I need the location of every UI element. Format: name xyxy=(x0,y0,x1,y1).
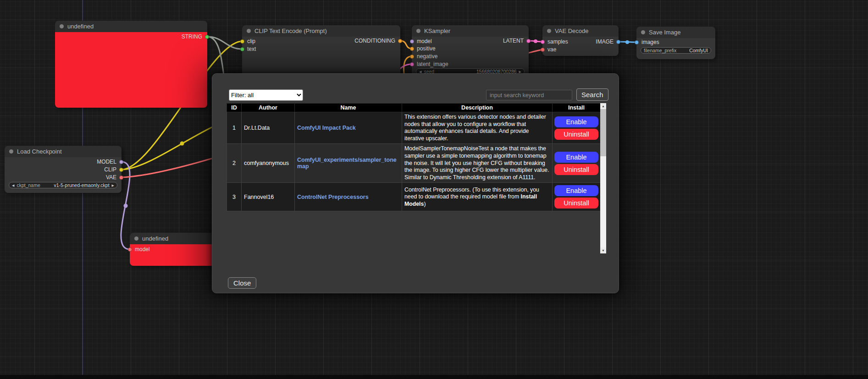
node-body: samples vae IMAGE xyxy=(542,37,619,56)
uninstall-button[interactable]: Uninstall xyxy=(554,164,598,175)
extension-link[interactable]: ComfyUI Impact Pack xyxy=(297,125,356,131)
input-dot-positive[interactable] xyxy=(410,47,414,51)
slot-label: MODEL xyxy=(97,159,116,165)
output-dot-clip[interactable] xyxy=(119,168,123,172)
filename-prefix-widget[interactable]: filename_prefix ComfyUI xyxy=(641,47,711,54)
collapse-dot-icon[interactable] xyxy=(416,29,420,33)
description-text: ) xyxy=(424,201,426,207)
slot-label: images xyxy=(641,39,659,45)
slot-label: STRING xyxy=(182,33,202,40)
ckpt-name-widget[interactable]: ◀ ckpt_name v1-5-pruned-emaonly.ckpt ▶ xyxy=(9,182,117,188)
slot-label: text xyxy=(247,46,256,52)
link-midpoint-dot xyxy=(124,204,128,208)
search-input[interactable] xyxy=(486,90,572,100)
table-scrollbar[interactable]: ▲ ▼ xyxy=(600,103,606,253)
output-dot-latent[interactable] xyxy=(526,39,531,43)
node-title: KSampler xyxy=(424,27,450,34)
output-dot-model[interactable] xyxy=(119,160,123,164)
link-midpoint-dot xyxy=(534,39,537,43)
scrollbar-down-button[interactable]: ▼ xyxy=(600,247,606,253)
widget-value: ComfyUI xyxy=(689,48,708,53)
scrollbar-up-button[interactable]: ▲ xyxy=(600,103,606,109)
slot-label: IMAGE xyxy=(596,38,614,45)
input-dot-text[interactable] xyxy=(240,47,244,51)
extension-link[interactable]: ControlNet Preprocessors xyxy=(297,194,369,200)
collapse-dot-icon[interactable] xyxy=(9,149,13,154)
node-title-bar[interactable]: Load Checkpoint xyxy=(5,146,122,157)
enable-button[interactable]: Enable xyxy=(554,185,598,196)
widget-value: v1-5-pruned-emaonly.ckpt xyxy=(54,182,109,188)
output-slot-conditioning: CONDITIONING xyxy=(242,38,400,44)
scrollbar-thumb[interactable] xyxy=(600,109,606,156)
node-save-image[interactable]: Save Image images filename_prefix ComfyU… xyxy=(636,27,715,59)
search-button[interactable]: Search xyxy=(576,88,608,101)
node-title-bar[interactable]: KSampler xyxy=(412,25,529,37)
input-dot-vae[interactable] xyxy=(541,48,545,52)
node-undefined-top[interactable]: undefined STRING xyxy=(55,21,207,108)
scroll-up-icon: ▲ xyxy=(602,104,605,108)
input-dot-model[interactable] xyxy=(128,247,132,252)
uninstall-button[interactable]: Uninstall xyxy=(554,198,598,209)
output-slot-latent: LATENT xyxy=(412,38,529,44)
input-slot-vae: vae xyxy=(542,46,619,53)
collapse-dot-icon[interactable] xyxy=(547,29,551,33)
column-header-install: Install xyxy=(553,104,601,112)
node-title-bar[interactable]: undefined xyxy=(55,21,207,32)
uninstall-button[interactable]: Uninstall xyxy=(554,129,598,140)
slot-label: CONDITIONING xyxy=(354,38,395,44)
extension-description: ControlNet Preprocessors. (To use this e… xyxy=(402,183,553,211)
output-slot-vae: VAE xyxy=(5,174,122,181)
enable-button[interactable]: Enable xyxy=(554,116,598,127)
output-dot-vae[interactable] xyxy=(119,176,123,180)
decrement-arrow-icon[interactable]: ◀ xyxy=(12,184,14,187)
node-vae-decode[interactable]: VAE Decode samples vae IMAGE xyxy=(542,25,619,56)
output-dot-string[interactable] xyxy=(205,35,209,39)
output-dot-conditioning[interactable] xyxy=(398,39,402,43)
node-title-bar[interactable]: CLIP Text Encode (Prompt) xyxy=(242,25,400,37)
collapse-dot-icon[interactable] xyxy=(247,29,251,33)
enable-button[interactable]: Enable xyxy=(554,152,598,163)
graph-canvas[interactable]: undefined STRING CLIP Text Encode (Promp… xyxy=(0,0,868,379)
extension-link[interactable]: ComfyUI_experiments/sampler_tonemap xyxy=(297,157,397,170)
slot-label: vae xyxy=(547,46,556,53)
window-bottom-edge xyxy=(0,375,868,379)
collapse-dot-icon[interactable] xyxy=(60,24,64,28)
input-dot-images[interactable] xyxy=(635,40,639,44)
scroll-down-icon: ▼ xyxy=(602,249,605,252)
extension-author: Dr.Lt.Data xyxy=(242,112,295,144)
input-dot-latent-image[interactable] xyxy=(410,62,414,66)
link-midpoint-dot xyxy=(625,40,629,44)
extension-id: 3 xyxy=(227,183,242,211)
increment-arrow-icon[interactable]: ▶ xyxy=(112,184,114,187)
slot-label: VAE xyxy=(106,174,116,181)
node-load-checkpoint[interactable]: Load Checkpoint MODEL CLIP VAE ◀ ckpt_na… xyxy=(5,146,122,193)
slot-label: positive xyxy=(417,45,436,52)
input-slot-latent-image: latent_image xyxy=(412,61,529,67)
slot-label: latent_image xyxy=(417,61,448,67)
extension-description: ModelSamplerTonemapNoiseTest a node that… xyxy=(402,144,553,183)
output-dot-image[interactable] xyxy=(616,40,620,44)
slot-label: CLIP xyxy=(104,166,116,173)
widget-label: filename_prefix xyxy=(644,48,676,53)
output-slot-string: STRING xyxy=(55,33,207,40)
filter-select[interactable]: Filter: all xyxy=(229,89,303,101)
collapse-dot-icon[interactable] xyxy=(134,236,138,241)
increment-arrow-icon[interactable]: ▶ xyxy=(519,70,521,73)
input-slot-negative: negative xyxy=(412,53,529,60)
input-slot-images: images xyxy=(636,39,715,45)
node-title: CLIP Text Encode (Prompt) xyxy=(254,27,327,34)
output-slot-model: MODEL xyxy=(5,159,122,165)
slot-label: LATENT xyxy=(503,38,524,44)
node-title-bar[interactable]: VAE Decode xyxy=(542,25,619,37)
close-button[interactable]: Close xyxy=(228,277,256,289)
extension-row: 2 comfyanonymous ComfyUI_experiments/sam… xyxy=(227,144,601,183)
collapse-dot-icon[interactable] xyxy=(641,30,645,34)
description-text: ControlNet Preprocessors. (To use this e… xyxy=(404,187,539,200)
extension-id: 2 xyxy=(227,144,242,183)
input-dot-negative[interactable] xyxy=(410,55,414,59)
node-title-bar[interactable]: Save Image xyxy=(636,27,715,38)
node-title: undefined xyxy=(67,23,94,30)
output-slot-clip: CLIP xyxy=(5,166,122,173)
widget-label: ckpt_name xyxy=(17,182,40,188)
decrement-arrow-icon[interactable]: ◀ xyxy=(419,70,421,73)
